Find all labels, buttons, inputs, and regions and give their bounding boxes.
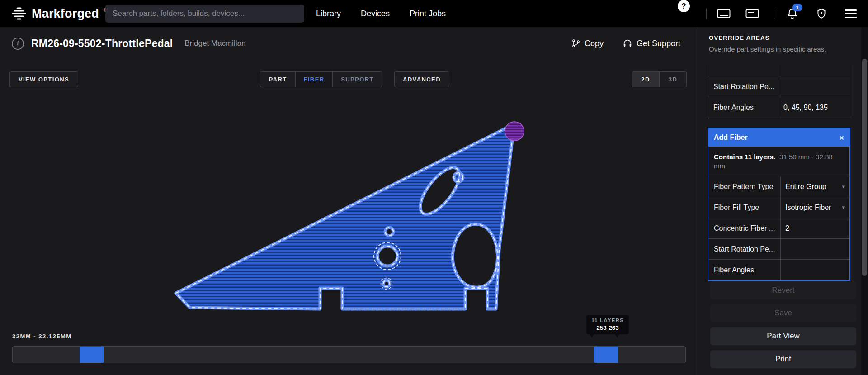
table-row: Fiber Pattern Type Entire Group ▾ bbox=[708, 176, 849, 197]
tab-part[interactable]: PART bbox=[260, 72, 295, 87]
override-group-table: Start Rotation Pe... Fiber Angles 0, 45,… bbox=[708, 65, 850, 118]
info-icon[interactable]: i bbox=[12, 38, 24, 50]
override-areas-panel: OVERRIDE AREAS Override part settings in… bbox=[698, 27, 861, 375]
table-row: Start Rotation Pe... bbox=[708, 76, 850, 97]
view-mode-tabs: PART FIBER SUPPORT bbox=[260, 71, 382, 87]
concentric-fiber-input[interactable]: 2 bbox=[781, 218, 849, 238]
print-button[interactable]: Print bbox=[710, 350, 856, 368]
hamburger-icon bbox=[845, 9, 857, 11]
fork-icon bbox=[571, 39, 580, 48]
layer-summary: Contains 11 layers. 31.50 mm - 32.88 mm bbox=[708, 147, 849, 176]
fiber-angles-input[interactable] bbox=[781, 260, 849, 280]
markforged-logo[interactable]: Markforged ® bbox=[11, 0, 107, 27]
table-row: Concentric Fiber ... 2 bbox=[708, 218, 849, 239]
part-header: i RM26-09-5502-ThrottlePedal Bridget Mac… bbox=[0, 27, 698, 60]
row-label: Fiber Fill Type bbox=[708, 197, 781, 218]
headset-icon bbox=[623, 38, 632, 48]
part-view-button[interactable]: Part View bbox=[710, 327, 856, 345]
search-input[interactable] bbox=[105, 5, 304, 23]
shield-icon bbox=[816, 8, 827, 19]
header-actions: Copy Get Support bbox=[571, 38, 680, 48]
print-bed-button[interactable] bbox=[745, 0, 760, 27]
start-rotation-input[interactable] bbox=[781, 239, 849, 259]
page-title: RM26-09-5502-ThrottlePedal bbox=[31, 38, 173, 50]
add-fiber-panel: Add Fiber × Contains 11 layers. 31.50 mm… bbox=[708, 128, 850, 281]
part-owner: Bridget Macmillan bbox=[184, 39, 245, 48]
layer-range-label: 253-263 bbox=[588, 324, 627, 331]
nav-link-devices[interactable]: Devices bbox=[361, 9, 390, 19]
table-row: Fiber Angles bbox=[708, 260, 849, 280]
dimension-toggle: 2D 3D bbox=[632, 71, 687, 87]
brand-name: Markforged bbox=[32, 7, 99, 21]
fiber-pattern-type-select[interactable]: Entire Group ▾ bbox=[781, 176, 849, 197]
tab-fiber[interactable]: FIBER bbox=[295, 72, 332, 87]
row-label: Fiber Pattern Type bbox=[708, 176, 781, 197]
advanced-button[interactable]: ADVANCED bbox=[394, 71, 449, 87]
chevron-down-icon: ▾ bbox=[842, 183, 845, 190]
row-label: Fiber Angles bbox=[708, 260, 781, 280]
get-support-label: Get Support bbox=[637, 39, 680, 48]
toggle-2d[interactable]: 2D bbox=[632, 72, 659, 87]
part-outline bbox=[176, 126, 514, 309]
chevron-down-icon: ▾ bbox=[842, 204, 845, 211]
table-row-clipped bbox=[708, 65, 850, 76]
height-range-label: 32MM - 32.125MM bbox=[12, 333, 72, 340]
nav-link-library[interactable]: Library bbox=[316, 9, 341, 19]
menu-button[interactable] bbox=[844, 0, 857, 27]
print-bed-icon bbox=[745, 8, 759, 19]
safety-button[interactable] bbox=[815, 0, 828, 27]
help-button[interactable]: ? bbox=[678, 0, 690, 12]
add-fiber-title: Add Fiber bbox=[714, 133, 748, 142]
layer-slider-handle-right[interactable] bbox=[594, 347, 618, 363]
table-row: Fiber Angles 0, 45, 90, 135 bbox=[708, 97, 850, 118]
markforged-logo-icon bbox=[11, 5, 27, 22]
layer-slider-handle-left[interactable] bbox=[80, 347, 104, 363]
printer-panel-button[interactable] bbox=[717, 0, 731, 27]
row-value[interactable] bbox=[778, 76, 850, 97]
revert-button[interactable]: Revert bbox=[710, 281, 856, 299]
summary-layers: Contains 11 layers. bbox=[714, 153, 775, 161]
scrollbar-thumb[interactable] bbox=[862, 59, 867, 276]
tab-support[interactable]: SUPPORT bbox=[332, 72, 382, 87]
notification-badge: 1 bbox=[792, 4, 802, 11]
row-label: Concentric Fiber ... bbox=[708, 218, 781, 238]
layer-slider[interactable] bbox=[12, 346, 686, 363]
row-label: Start Rotation Pe... bbox=[708, 239, 781, 259]
viewer-canvas[interactable]: VIEW OPTIONS PART FIBER SUPPORT ADVANCED… bbox=[0, 60, 698, 375]
fiber-fill-type-select[interactable]: Isotropic Fiber ▾ bbox=[781, 197, 849, 218]
panel-title: OVERRIDE AREAS bbox=[709, 34, 770, 41]
row-label: Fiber Angles bbox=[708, 97, 778, 118]
panel-description: Override part settings in specific areas… bbox=[709, 45, 826, 53]
printer-panel-icon bbox=[717, 8, 731, 19]
row-value[interactable]: 0, 45, 90, 135 bbox=[778, 97, 850, 118]
copy-button[interactable]: Copy bbox=[571, 39, 604, 48]
top-nav: Markforged ® Library Devices Print Jobs … bbox=[0, 0, 868, 27]
save-button[interactable]: Save bbox=[710, 304, 856, 322]
add-fiber-header: Add Fiber × bbox=[708, 128, 849, 147]
nav-divider bbox=[774, 8, 774, 19]
nav-divider bbox=[706, 8, 707, 19]
table-row: Start Rotation Pe... bbox=[708, 239, 849, 260]
copy-label: Copy bbox=[585, 39, 604, 48]
fiber-override-region[interactable] bbox=[505, 122, 524, 141]
layer-tooltip: 11 LAYERS 253-263 bbox=[586, 315, 629, 334]
get-support-button[interactable]: Get Support bbox=[623, 38, 680, 48]
table-row: Fiber Fill Type Isotropic Fiber ▾ bbox=[708, 197, 849, 218]
nav-links: Library Devices Print Jobs bbox=[316, 0, 446, 27]
vertical-scrollbar[interactable] bbox=[861, 27, 868, 375]
row-label: Start Rotation Pe... bbox=[708, 76, 778, 97]
close-icon[interactable]: × bbox=[839, 133, 844, 142]
toggle-3d[interactable]: 3D bbox=[659, 72, 686, 87]
layer-count-label: 11 LAYERS bbox=[588, 318, 627, 323]
view-options-button[interactable]: VIEW OPTIONS bbox=[9, 71, 78, 87]
help-glyph: ? bbox=[681, 2, 686, 11]
nav-link-print-jobs[interactable]: Print Jobs bbox=[410, 9, 446, 19]
